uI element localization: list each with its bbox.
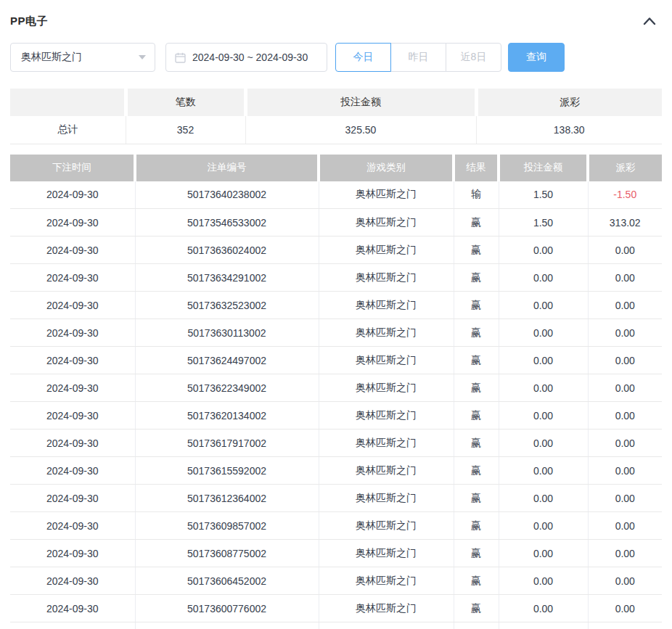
cell-bet-amount: 0.00	[499, 512, 588, 540]
cell-result: 赢	[454, 429, 499, 457]
summary-header-payout: 派彩	[476, 89, 662, 116]
calendar-icon	[175, 52, 186, 63]
cell-game-category: 奥林匹斯之门	[319, 402, 454, 429]
cell-bet-amount: 0.00	[499, 292, 588, 319]
cell-game-category: 奥林匹斯之门	[319, 567, 454, 595]
cell-bet-time: 2024-09-30	[10, 402, 135, 429]
cell-bet-amount: 0.00	[499, 374, 588, 402]
cell-order-no: 50173630113002	[135, 319, 319, 347]
cell-bet-time: 2024-09-30	[10, 567, 135, 595]
cell-bet-amount: 0.00	[499, 347, 588, 374]
cell-bet-time: 2024-09-30	[10, 264, 135, 292]
table-row: 2024-09-30 50173620134002 奥林匹斯之门 赢 0.00 …	[10, 402, 662, 429]
cell-order-no: 50173609857002	[135, 512, 319, 540]
cell-result: 赢	[454, 457, 499, 485]
summary-header-empty	[10, 89, 126, 116]
cell-payout: 0.00	[588, 595, 662, 622]
table-row: 2024-09-30 50173624497002 奥林匹斯之门 赢 0.00 …	[10, 347, 662, 374]
cell-bet-time: 2024-09-30	[10, 209, 135, 237]
cell-bet-time: 2024-09-30	[10, 347, 135, 374]
quick-button-last8days[interactable]: 近8日	[446, 43, 501, 72]
cell-bet-time: 2024-09-30	[10, 512, 135, 540]
date-range-input[interactable]: 2024-09-30 ~ 2024-09-30	[165, 43, 327, 72]
cell-bet-amount: 0.00	[499, 402, 588, 429]
quick-button-today[interactable]: 今日	[335, 43, 391, 72]
cell-bet-amount: 0.00	[499, 595, 588, 622]
cell-game-category: 奥林匹斯之门	[319, 540, 454, 567]
cell-result: 赢	[454, 595, 499, 622]
cell-order-no: 50173615592002	[135, 457, 319, 485]
cell-payout: -1.50	[588, 181, 662, 209]
col-header-result: 结果	[454, 155, 499, 181]
page-title: PP电子	[10, 15, 48, 28]
cell-payout: 0.00	[588, 567, 662, 595]
cell-order-no: 50173612364002	[135, 485, 319, 512]
bet-records-table: 下注时间 注单编号 游戏类别 结果 投注金额 派彩 2024-09-30 501…	[10, 155, 662, 629]
cell-result: 赢	[454, 237, 499, 264]
cell-game-category: 奥林匹斯之门	[319, 292, 454, 319]
summary-header-count: 笔数	[126, 89, 245, 116]
cell-order-no: 50173622349002	[135, 374, 319, 402]
summary-total-payout: 138.30	[476, 116, 662, 144]
cell-payout: 0.00	[588, 457, 662, 485]
table-row: 2024-09-30 50173617917002 奥林匹斯之门 赢 0.00 …	[10, 429, 662, 457]
game-select-value: 奥林匹斯之门	[21, 51, 82, 64]
summary-total-count: 352	[126, 116, 245, 144]
cell-bet-time: 2024-09-30	[10, 540, 135, 567]
cell-bet-time: 2024-09-30	[10, 374, 135, 402]
cell-result: 输	[454, 181, 499, 209]
filter-bar: 奥林匹斯之门 2024-09-30 ~ 2024-09-30 今日 昨日 近8日…	[10, 43, 662, 72]
cell-result: 赢	[454, 485, 499, 512]
table-row: 2024-09-30 50173612364002 奥林匹斯之门 赢 0.00 …	[10, 485, 662, 512]
table-row: 2024-09-30 50173600776002 奥林匹斯之门 赢 0.00 …	[10, 595, 662, 622]
summary-table: 笔数 投注金额 派彩 总计 352 325.50 138.30	[10, 89, 662, 144]
col-header-payout: 派彩	[588, 155, 662, 181]
summary-header-row: 笔数 投注金额 派彩	[10, 89, 662, 116]
cell-order-no: 50173617917002	[135, 429, 319, 457]
table-row: 2024-09-30 50173630113002 奥林匹斯之门 赢 0.00 …	[10, 319, 662, 347]
cell-game-category: 奥林匹斯之门	[319, 512, 454, 540]
cell-payout: 0.00	[588, 402, 662, 429]
cell-game-category: 奥林匹斯之门	[319, 457, 454, 485]
cell-bet-time: 2024-09-30	[10, 319, 135, 347]
search-button[interactable]: 查询	[508, 43, 565, 72]
table-row: 2024-09-30 50173609857002 奥林匹斯之门 赢 0.00 …	[10, 512, 662, 540]
table-row: 2024-09-30 50173636024002 奥林匹斯之门 赢 0.00 …	[10, 237, 662, 264]
cell-bet-time: 2024-09-30	[10, 237, 135, 264]
cell-bet-time: 2024-09-30	[10, 429, 135, 457]
cell-order-no: 50173632523002	[135, 292, 319, 319]
cell-result: 赢	[454, 209, 499, 237]
cell-payout: 313.02	[588, 209, 662, 237]
cell-order-no: 50173620134002	[135, 402, 319, 429]
cell-game-category: 奥林匹斯之门	[319, 209, 454, 237]
cell-result: 赢	[454, 292, 499, 319]
cell-game-category: 奥林匹斯之门	[319, 237, 454, 264]
table-row: 2024-09-30 50173634291002 奥林匹斯之门 赢 0.00 …	[10, 264, 662, 292]
table-row: 2024-09-30 50173606452002 奥林匹斯之门 赢 0.00 …	[10, 567, 662, 595]
cell-game-category: 奥林匹斯之门	[319, 374, 454, 402]
cell-order-no: 50173546533002	[135, 209, 319, 237]
cell-bet-amount: 0.00	[499, 319, 588, 347]
cell-order-no: 50173640238002	[135, 181, 319, 209]
cell-payout: 0.00	[588, 429, 662, 457]
table-row: 2024-09-30 50173608775002 奥林匹斯之门 赢 0.00 …	[10, 540, 662, 567]
cell-bet-amount: 1.50	[499, 181, 588, 209]
game-select[interactable]: 奥林匹斯之门	[10, 43, 155, 72]
cell-bet-amount: 0.00	[499, 237, 588, 264]
cell-payout: 0.00	[588, 319, 662, 347]
cell-result: 赢	[454, 567, 499, 595]
chevron-up-icon	[642, 15, 657, 27]
cell-bet-amount: 0.00	[499, 567, 588, 595]
quick-button-yesterday[interactable]: 昨日	[390, 43, 446, 72]
cell-bet-amount: 0.00	[499, 264, 588, 292]
table-row: 2024-09-30 50173632523002 奥林匹斯之门 赢 0.00 …	[10, 292, 662, 319]
cell-order-no: 50173608775002	[135, 540, 319, 567]
cell-result: 赢	[454, 374, 499, 402]
cell-result: 赢	[454, 347, 499, 374]
cell-order-no: 50173606452002	[135, 567, 319, 595]
cell-payout: 0.00	[588, 264, 662, 292]
summary-total-bet-amount: 325.50	[245, 116, 476, 144]
cell-payout: 0.00	[588, 374, 662, 402]
collapse-panel-button[interactable]	[639, 14, 660, 28]
cell-payout: 0.00	[588, 347, 662, 374]
